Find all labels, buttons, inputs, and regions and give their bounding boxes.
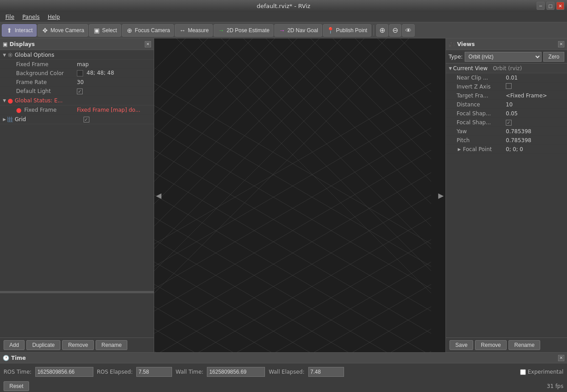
select-button[interactable]: ▣ Select [89,24,121,37]
expand-icon: ▶ [2,117,7,122]
svg-point-0 [9,54,11,56]
toolbar: ⬆ Interact ✥ Move Camera ▣ Select ⊕ Focu… [0,22,567,38]
remove-axis-button[interactable]: ⊖ [389,24,401,37]
focal-shape-checkbox[interactable]: ✓ [506,120,512,126]
displays-tree: ▼ Global Options Fixed Frame map Backgro… [0,50,154,291]
views-header: 🎥 Views ✕ [446,38,567,50]
default-light-checkbox[interactable]: ✓ [77,89,83,94]
menu-file[interactable]: File [2,13,18,21]
expand-icon: ▼ [2,52,7,58]
status-bar: Reset 31 fps [0,380,567,392]
nav-goal-button[interactable]: → 2D Nav Goal [274,24,322,37]
fixed-frame-error-row[interactable]: ● Fixed Frame Fixed Frame [map] do... [0,105,154,114]
views-footer: Save Remove Rename [446,337,567,352]
displays-header: ▣ Displays ✕ [0,38,154,50]
menu-panels[interactable]: Panels [19,13,43,21]
views-panel: 🎥 Views ✕ Type: Orbit (rviz) Zero ▼ Curr… [445,38,567,352]
pitch-row[interactable]: Pitch 0.785398 [446,136,567,145]
maximize-button[interactable]: □ [546,2,554,10]
publish-point-icon: 📍 [327,27,334,34]
minimize-button[interactable]: ─ [537,2,545,10]
displays-panel-icon: ▣ [3,41,8,47]
error-icon: ● [7,97,13,104]
gear-icon [7,52,13,58]
time-close-button[interactable]: ✕ [558,355,564,361]
grid-view [154,38,445,352]
time-content: ROS Time: ROS Elapsed: Wall Time: Wall E… [0,363,567,380]
focal-point-expand: ▶ [457,147,462,152]
toolbar-separator [374,25,374,36]
frame-rate-row[interactable]: Frame Rate 30 [0,78,154,87]
grid-checkbox[interactable]: ✓ [84,117,89,122]
wall-elapsed-input[interactable] [308,367,344,377]
viewport-right-arrow[interactable]: ▶ [437,190,445,202]
svg-rect-1 [154,38,445,352]
3d-viewport[interactable]: ◀ ▶ [154,38,445,352]
displays-panel: ▣ Displays ✕ ▼ Global Options Fixed Fram… [0,38,154,352]
menubar: File Panels Help [0,12,567,22]
views-type-row: Type: Orbit (rviz) Zero [446,50,567,63]
rename-display-button[interactable]: Rename [96,340,127,350]
zero-button[interactable]: Zero [543,52,564,62]
background-color-row[interactable]: Background Color 48; 48; 48 [0,69,154,78]
fps-display: 31 fps [547,383,563,389]
close-button[interactable]: ✕ [556,2,564,10]
focus-icon: ⊕ [126,27,133,34]
displays-footer: Add Duplicate Remove Rename [0,337,154,352]
views-tree: ▼ Current View Orbit (rviz) Near Clip ..… [446,63,567,337]
invert-z-row[interactable]: Invert Z Axis [446,82,567,91]
move-camera-icon: ✥ [42,27,49,34]
experimental-check[interactable]: Experimental [520,369,563,375]
expand-icon: ▼ [2,98,7,103]
interact-button[interactable]: ⬆ Interact [2,24,37,37]
save-view-button[interactable]: Save [449,340,473,350]
fixed-frame-row[interactable]: Fixed Frame map [0,60,154,69]
viewport-left-arrow[interactable]: ◀ [154,190,163,202]
displays-title: ▣ Displays [3,41,35,47]
displays-close-button[interactable]: ✕ [145,41,151,47]
displays-bottom-area [0,293,154,337]
reset-button[interactable]: Reset [4,381,29,391]
global-status-item[interactable]: ▼ ● Global Status: E... [0,96,154,105]
focal-shape-1-row[interactable]: Focal Shap... 0.05 [446,109,567,118]
duplicate-display-button[interactable]: Duplicate [26,340,60,350]
main-area: ▣ Displays ✕ ▼ Global Options Fixed Fram… [0,38,567,352]
window-controls[interactable]: ─ □ ✕ [537,2,564,10]
time-title: 🕐 Time [3,355,26,361]
grid-item[interactable]: ▶ Grid ✓ [0,114,154,124]
publish-point-button[interactable]: 📍 Publish Point [323,24,371,37]
default-light-row[interactable]: Default Light ✓ [0,87,154,96]
views-type-select[interactable]: Orbit (rviz) [465,52,542,62]
rename-view-button[interactable]: Rename [508,340,540,350]
views-close-button[interactable]: ✕ [558,41,564,47]
remove-display-button[interactable]: Remove [62,340,94,350]
add-display-button[interactable]: Add [4,340,25,350]
target-frame-row[interactable]: Target Fra... <Fixed Frame> [446,91,567,100]
focal-point-row[interactable]: ▶ Focal Point 0; 0; 0 [446,145,567,154]
ros-time-input[interactable] [35,367,93,377]
time-panel: 🕐 Time ✕ ROS Time: ROS Elapsed: Wall Tim… [0,352,567,392]
move-camera-button[interactable]: ✥ Move Camera [38,24,88,37]
remove-view-button[interactable]: Remove [475,340,507,350]
wall-time-input[interactable] [207,367,265,377]
measure-button[interactable]: ↔ Measure [175,24,213,37]
camera-button[interactable]: 👁 [402,24,415,37]
invert-z-checkbox[interactable] [506,83,512,89]
focus-camera-button[interactable]: ⊕ Focus Camera [122,24,174,37]
near-clip-row[interactable]: Near Clip ... 0.01 [446,73,567,82]
global-options-item[interactable]: ▼ Global Options [0,50,154,60]
current-view-header[interactable]: ▼ Current View Orbit (rviz) [446,63,567,73]
ros-elapsed-input[interactable] [136,367,172,377]
pose-estimate-button[interactable]: → 2D Pose Estimate [214,24,273,37]
time-header: 🕐 Time ✕ [0,353,567,363]
menu-help[interactable]: Help [44,13,63,21]
pose-estimate-icon: → [218,27,225,34]
views-icon: 🎥 [449,41,455,47]
experimental-checkbox[interactable] [520,369,526,375]
distance-row[interactable]: Distance 10 [446,100,567,109]
add-axis-button[interactable]: ⊕ [376,24,388,37]
focal-shape-2-row[interactable]: Focal Shap... ✓ [446,118,567,127]
select-icon: ▣ [93,27,100,34]
titlebar: default.rviz* - RViz ─ □ ✕ [0,0,567,12]
yaw-row[interactable]: Yaw 0.785398 [446,127,567,136]
